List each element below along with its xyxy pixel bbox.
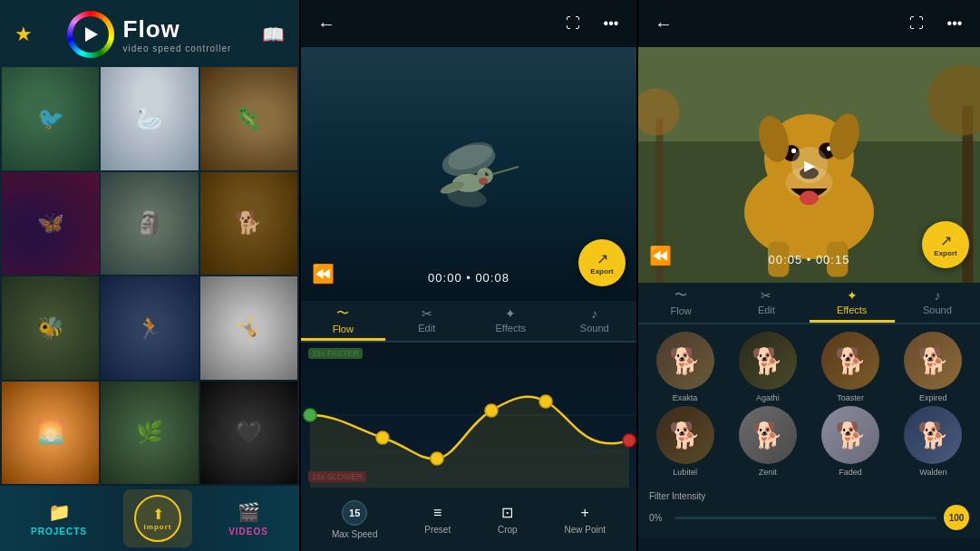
max-speed-label: Max Speed bbox=[332, 529, 378, 539]
filter-zenit-label: Zenit bbox=[759, 468, 777, 477]
back-button[interactable]: ← bbox=[312, 9, 341, 38]
videos-icon: 🎬 bbox=[238, 501, 260, 523]
thumb-dog-cap[interactable]: 🐕 bbox=[200, 172, 297, 276]
filter-toaster-circle: 🐕 bbox=[821, 332, 879, 390]
effects-export-label: Export bbox=[934, 249, 956, 257]
topbar-actions: ⛶ ••• bbox=[558, 9, 626, 38]
flow-export-button[interactable]: ↗ Export bbox=[578, 239, 626, 286]
filter-walden-circle: 🐕 bbox=[904, 406, 962, 464]
flow-tab-icon: 〜 bbox=[336, 305, 349, 322]
eff-sound-icon: ♪ bbox=[934, 288, 940, 303]
thumb-runner[interactable]: 🏃 bbox=[101, 276, 198, 380]
new-point-control[interactable]: + New Point bbox=[564, 505, 606, 535]
max-speed-value: 15 bbox=[342, 500, 367, 526]
filter-zenit[interactable]: 🐕 Zenit bbox=[728, 406, 807, 477]
filter-agathi[interactable]: 🐕 Agathi bbox=[728, 332, 807, 402]
app-name: Flow bbox=[123, 15, 232, 44]
library-panel: ★ Flow video speed controller 📖 🐦 🦢 🦎 🦋 … bbox=[0, 0, 299, 551]
flow-video-preview[interactable]: ⏪ 00:00 • 00:08 ↗ Export bbox=[301, 47, 636, 301]
tab-flow[interactable]: 〜 Flow bbox=[301, 301, 385, 341]
tab-effects[interactable]: ✦ Effects bbox=[469, 301, 553, 341]
effects-tab-effects[interactable]: ✦ Effects bbox=[810, 283, 895, 323]
svg-point-18 bbox=[623, 434, 636, 447]
crop-label: Crop bbox=[498, 525, 518, 535]
projects-icon: 📁 bbox=[48, 501, 71, 523]
flow-time-display: 00:00 • 00:08 bbox=[428, 271, 509, 285]
filter-faded-circle: 🐕 bbox=[821, 406, 879, 464]
export-label: Export bbox=[590, 267, 613, 276]
thumb-statue[interactable]: 🗿 bbox=[101, 172, 198, 276]
svg-point-16 bbox=[485, 404, 498, 417]
preset-icon: ≡ bbox=[433, 505, 441, 521]
filter-faded-label: Faded bbox=[839, 468, 862, 477]
filter-agathi-circle: 🐕 bbox=[739, 332, 797, 390]
effects-export-button[interactable]: ↗ Export bbox=[922, 221, 969, 268]
flow-topbar: ← ⛶ ••• bbox=[301, 0, 636, 47]
eff-sound-label: Sound bbox=[923, 304, 952, 315]
filter-toaster-label: Toaster bbox=[837, 393, 864, 402]
thumb-bird-white[interactable]: 🦢 bbox=[101, 67, 198, 170]
faster-label: 15x FASTER bbox=[308, 348, 363, 359]
crop-icon: ⊡ bbox=[501, 504, 513, 521]
intensity-max-circle: 100 bbox=[944, 505, 969, 530]
thumb-lizard[interactable]: 🦎 bbox=[200, 67, 297, 170]
slower-label: 15x SLOWER bbox=[308, 471, 366, 482]
intensity-label: Filter Intensity bbox=[649, 491, 969, 501]
help-icon[interactable]: 📖 bbox=[262, 24, 285, 45]
effects-video-preview[interactable]: ▶ ⏪ 00:05 • 00:15 ↗ Export bbox=[638, 47, 980, 283]
thumb-hummingbird[interactable]: 🐦 bbox=[2, 67, 99, 170]
fullscreen-button[interactable]: ⛶ bbox=[558, 9, 587, 38]
effects-tab-sound[interactable]: ♪ Sound bbox=[895, 283, 980, 323]
filter-expired[interactable]: 🐕 Expired bbox=[894, 332, 973, 402]
filter-exakta-circle: 🐕 bbox=[656, 332, 714, 390]
effects-editor-panel: ← ⛶ ••• bbox=[638, 0, 980, 551]
max-speed-control[interactable]: 15 Max Speed bbox=[332, 500, 378, 539]
thumb-bee[interactable]: 🐝 bbox=[2, 276, 99, 380]
preset-label: Preset bbox=[424, 525, 451, 535]
filter-exakta[interactable]: 🐕 Exakta bbox=[645, 332, 724, 402]
sound-tab-icon: ♪ bbox=[591, 306, 597, 321]
tab-sound[interactable]: ♪ Sound bbox=[553, 301, 637, 341]
videos-button[interactable]: 🎬 VIDEOS bbox=[218, 496, 279, 542]
filter-walden-label: Walden bbox=[919, 468, 946, 477]
filter-lubitel-circle: 🐕 bbox=[656, 406, 714, 464]
flow-curve-area[interactable]: 15x FASTER 15x SLOWER bbox=[301, 343, 636, 488]
tab-edit[interactable]: ✂ Edit bbox=[385, 301, 470, 341]
edit-tab-icon: ✂ bbox=[422, 306, 432, 321]
thumb-silhouette[interactable]: 🌅 bbox=[2, 382, 99, 485]
projects-button[interactable]: 📁 PROJECTS bbox=[20, 496, 98, 542]
intensity-slider-track[interactable] bbox=[674, 517, 936, 519]
sound-tab-label: Sound bbox=[580, 323, 609, 334]
effects-fullscreen-button[interactable]: ⛶ bbox=[902, 9, 931, 38]
filter-walden[interactable]: 🐕 Walden bbox=[894, 406, 973, 477]
effects-back-button[interactable]: ← bbox=[649, 9, 678, 38]
filter-lubitel[interactable]: 🐕 Lubitel bbox=[645, 406, 724, 477]
eff-flow-icon: 〜 bbox=[674, 287, 687, 304]
filter-faded[interactable]: 🐕 Faded bbox=[811, 406, 890, 477]
export-icon: ↗ bbox=[597, 250, 608, 267]
preset-control[interactable]: ≡ Preset bbox=[424, 505, 451, 535]
import-label: Import bbox=[144, 523, 172, 531]
rewind-button[interactable]: ⏪ bbox=[312, 263, 335, 285]
projects-label: PROJECTS bbox=[31, 527, 87, 536]
effects-rewind-button[interactable]: ⏪ bbox=[649, 245, 672, 266]
thumb-jump[interactable]: 🤸 bbox=[200, 276, 297, 380]
library-toolbar: 📁 PROJECTS ⬆ Import 🎬 VIDEOS bbox=[0, 486, 299, 551]
import-button[interactable]: ⬆ Import bbox=[123, 489, 192, 547]
crop-control[interactable]: ⊡ Crop bbox=[498, 504, 518, 535]
filter-intensity-section: Filter Intensity 0% 100 bbox=[638, 484, 980, 537]
svg-point-15 bbox=[431, 452, 443, 465]
effects-tab-edit[interactable]: ✂ Edit bbox=[723, 283, 809, 323]
flow-curve-svg[interactable] bbox=[301, 343, 636, 488]
thumb-butterfly[interactable]: 🦋 bbox=[2, 172, 99, 276]
effects-more-button[interactable]: ••• bbox=[940, 9, 969, 38]
effects-play-button[interactable]: ▶ bbox=[791, 147, 828, 183]
thumb-dark-hair[interactable]: 🖤 bbox=[200, 382, 297, 485]
filter-toaster[interactable]: 🐕 Toaster bbox=[811, 332, 890, 402]
more-options-button[interactable]: ••• bbox=[597, 9, 626, 38]
star-icon[interactable]: ★ bbox=[15, 23, 33, 46]
effects-tab-flow[interactable]: 〜 Flow bbox=[638, 283, 723, 323]
flow-bottom-controls: 15 Max Speed ≡ Preset ⊡ Crop + New Point bbox=[301, 488, 636, 551]
thumb-trail[interactable]: 🌿 bbox=[101, 382, 198, 485]
logo-area: Flow video speed controller bbox=[67, 11, 232, 58]
